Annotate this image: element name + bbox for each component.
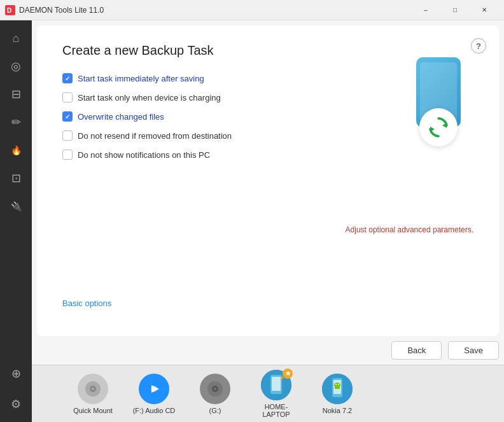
page-title: Create a new Backup Task <box>62 43 473 58</box>
sidebar-item-burn[interactable]: 🔥 <box>3 137 29 163</box>
sync-icon-wrap <box>419 108 458 146</box>
sidebar-item-edit[interactable]: ✏ <box>3 109 29 135</box>
sidebar-item-home[interactable]: ⌂ <box>3 25 29 51</box>
sidebar-item-target[interactable]: ◎ <box>3 53 29 79</box>
title-bar: D DAEMON Tools Lite 11.0 – □ ✕ <box>0 0 504 20</box>
checkbox-no-resend[interactable] <box>62 130 73 141</box>
g-drive-label: (G:) <box>209 407 221 414</box>
taskbar-item-g-drive[interactable]: (G:) <box>192 374 238 414</box>
svg-marker-2 <box>442 123 447 128</box>
close-button[interactable]: ✕ <box>470 0 499 20</box>
audio-cd-icon <box>139 374 169 404</box>
app-body: ⌂ ◎ ⊟ ✏ 🔥 ⊡ 🔌 ⊕ ⚙ Create a new Backup Ta… <box>0 20 504 422</box>
option-label-no-notifications: Do not show notifications on this PC <box>78 150 210 160</box>
phone-icon <box>416 57 461 127</box>
advanced-params-link[interactable]: Adjust optional advanced parameters. <box>346 225 473 234</box>
options-list: Start task immediately after saving Star… <box>62 73 473 160</box>
taskbar: Quick Mount (F:) Audio CD <box>32 365 504 422</box>
svg-point-11 <box>214 388 216 390</box>
option-label-charging: Start task only when device is charging <box>78 93 221 102</box>
svg-rect-14 <box>272 377 281 391</box>
sidebar: ⌂ ◎ ⊟ ✏ 🔥 ⊡ 🔌 ⊕ ⚙ <box>0 20 32 422</box>
sync-icon <box>426 115 451 140</box>
option-no-resend[interactable]: Do not resend if removed from destinatio… <box>62 130 473 141</box>
g-drive-icon <box>200 374 230 404</box>
option-label-no-resend: Do not resend if removed from destinatio… <box>78 131 232 141</box>
quick-mount-label: Quick Mount <box>73 407 113 414</box>
nokia-label: Nokia 7.2 <box>323 407 352 414</box>
svg-text:D: D <box>7 7 11 14</box>
content-area: Create a new Backup Task ? <box>32 20 504 422</box>
home-laptop-label: HOME-LAPTOP <box>262 403 290 418</box>
option-charging[interactable]: Start task only when device is charging <box>62 92 473 102</box>
device-illustration <box>416 57 461 127</box>
svg-point-21 <box>335 384 337 385</box>
checkbox-no-notifications[interactable] <box>62 150 73 160</box>
back-button[interactable]: Back <box>391 341 442 360</box>
basic-options-link[interactable]: Basic options <box>62 299 473 308</box>
quick-mount-icon <box>78 374 108 404</box>
save-button[interactable]: Save <box>448 341 499 360</box>
sidebar-item-settings[interactable]: ⚙ <box>3 391 29 417</box>
option-start-immediately[interactable]: Start task immediately after saving <box>62 73 473 83</box>
sidebar-item-add[interactable]: ⊕ <box>3 361 29 386</box>
checkbox-start-immediately[interactable] <box>62 73 73 83</box>
window-title: DAEMON Tools Lite 11.0 <box>19 6 411 15</box>
checkbox-charging[interactable] <box>62 92 73 102</box>
bottom-bar: Back Save <box>32 341 504 365</box>
audio-cd-label: (F:) Audio CD <box>133 407 176 414</box>
sidebar-item-scan[interactable]: ⊡ <box>3 165 29 191</box>
checkbox-overwrite[interactable] <box>62 111 73 122</box>
taskbar-item-audio-cd[interactable]: (F:) Audio CD <box>131 374 177 414</box>
option-overwrite[interactable]: Overwrite changed files <box>62 111 473 122</box>
svg-marker-3 <box>430 127 435 132</box>
svg-point-6 <box>92 388 94 390</box>
maximize-button[interactable]: □ <box>440 0 470 20</box>
main-content: Create a new Backup Task ? <box>37 25 499 336</box>
option-no-notifications[interactable]: Do not show notifications on this PC <box>62 150 473 160</box>
taskbar-item-home-laptop[interactable]: ★ HOME-LAPTOP <box>253 370 299 418</box>
sidebar-item-mount[interactable]: ⊟ <box>3 81 29 107</box>
help-button[interactable]: ? <box>471 38 486 53</box>
minimize-button[interactable]: – <box>411 0 440 20</box>
home-laptop-icon: ★ <box>261 370 291 400</box>
app-icon: D <box>5 5 15 15</box>
option-label-start-immediately: Start task immediately after saving <box>78 74 204 83</box>
nokia-icon <box>322 374 353 404</box>
taskbar-item-nokia[interactable]: Nokia 7.2 <box>314 374 360 414</box>
window-controls: – □ ✕ <box>411 0 499 20</box>
taskbar-item-quick-mount[interactable]: Quick Mount <box>70 374 116 414</box>
sidebar-item-usb[interactable]: 🔌 <box>3 193 29 219</box>
svg-rect-20 <box>335 385 340 389</box>
option-label-overwrite: Overwrite changed files <box>78 112 164 122</box>
svg-point-22 <box>338 384 339 385</box>
